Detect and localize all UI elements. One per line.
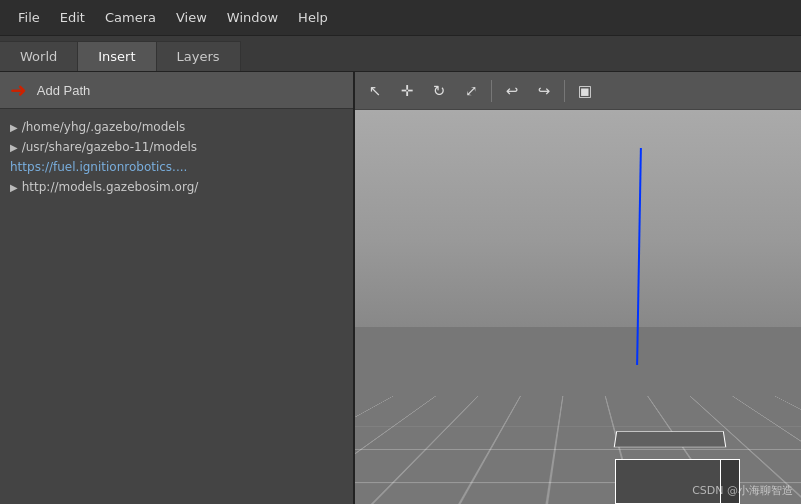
- list-item[interactable]: ▶ http://models.gazebosim.org/: [8, 179, 345, 195]
- menu-edit[interactable]: Edit: [50, 6, 95, 29]
- select-tool-button[interactable]: ↖: [361, 77, 389, 105]
- menu-file[interactable]: File: [8, 6, 50, 29]
- move-tool-button[interactable]: ✛: [393, 77, 421, 105]
- toolbar-separator: [491, 80, 492, 102]
- add-path-area: ➜ Add Path: [0, 72, 353, 109]
- undo-button[interactable]: ↩: [498, 77, 526, 105]
- main-content: ➜ Add Path ▶ /home/yhg/.gazebo/models ▶ …: [0, 72, 801, 504]
- tab-world[interactable]: World: [0, 41, 78, 71]
- arrow-icon: ➜: [10, 80, 27, 100]
- left-panel: ➜ Add Path ▶ /home/yhg/.gazebo/models ▶ …: [0, 72, 355, 504]
- tabbar: World Insert Layers: [0, 36, 801, 72]
- file-tree: ▶ /home/yhg/.gazebo/models ▶ /usr/share/…: [0, 109, 353, 205]
- expand-icon: ▶: [10, 122, 18, 133]
- menu-camera[interactable]: Camera: [95, 6, 166, 29]
- path-label: http://models.gazebosim.org/: [22, 180, 199, 194]
- 3d-scene: CSDN @小海聊智造: [355, 110, 801, 504]
- menu-view[interactable]: View: [166, 6, 217, 29]
- sky-background: [355, 110, 801, 327]
- expand-icon: ▶: [10, 142, 18, 153]
- list-item[interactable]: ▶ /usr/share/gazebo-11/models: [8, 139, 345, 155]
- add-path-button[interactable]: Add Path: [37, 83, 91, 98]
- list-item[interactable]: ▶ /home/yhg/.gazebo/models: [8, 119, 345, 135]
- menubar: File Edit Camera View Window Help: [0, 0, 801, 36]
- viewport-toolbar: ↖ ✛ ↻ ⤢ ↩ ↪ ▣: [355, 72, 801, 110]
- path-label: /home/yhg/.gazebo/models: [22, 120, 186, 134]
- toolbar-separator-2: [564, 80, 565, 102]
- menu-window[interactable]: Window: [217, 6, 288, 29]
- path-label: /usr/share/gazebo-11/models: [22, 140, 197, 154]
- expand-icon: ▶: [10, 182, 18, 193]
- path-link-label: https://fuel.ignitionrobotics....: [10, 160, 187, 174]
- redo-button[interactable]: ↪: [530, 77, 558, 105]
- viewport: ↖ ✛ ↻ ⤢ ↩ ↪ ▣: [355, 72, 801, 504]
- tab-insert[interactable]: Insert: [78, 41, 156, 71]
- scale-tool-button[interactable]: ⤢: [457, 77, 485, 105]
- tab-layers[interactable]: Layers: [157, 41, 241, 71]
- watermark: CSDN @小海聊智造: [692, 483, 793, 498]
- rotate-tool-button[interactable]: ↻: [425, 77, 453, 105]
- list-item[interactable]: https://fuel.ignitionrobotics....: [8, 159, 345, 175]
- view-toggle-button[interactable]: ▣: [571, 77, 599, 105]
- menu-help[interactable]: Help: [288, 6, 338, 29]
